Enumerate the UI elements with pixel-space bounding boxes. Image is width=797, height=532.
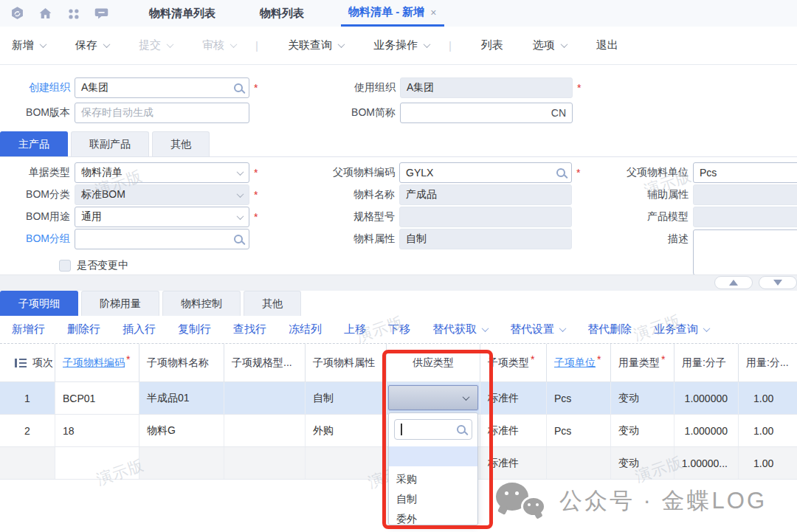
bom-group-input[interactable] xyxy=(75,229,249,249)
use-org-label[interactable]: 使用组织 xyxy=(261,81,396,94)
collapse-up-button[interactable] xyxy=(714,276,753,289)
column-header-type[interactable]: 子项类型* xyxy=(480,344,546,381)
parent-code-label[interactable]: 父项物料编码 xyxy=(261,166,395,179)
home-icon[interactable] xyxy=(37,5,53,21)
save-button[interactable]: 保存 xyxy=(75,38,109,52)
button-label: 替代删除 xyxy=(587,322,632,336)
column-header-usage-type[interactable]: 用量类型* xyxy=(610,344,674,381)
column-header-numerator[interactable]: 用量:分子 xyxy=(674,344,738,381)
bom-category-value: 标准BOM xyxy=(81,188,125,201)
tab-child-detail[interactable]: 子项明细 xyxy=(0,291,78,316)
cell-code[interactable] xyxy=(55,447,139,479)
tab-main-product[interactable]: 主产品 xyxy=(0,131,68,156)
tab-bom-list[interactable]: 物料清单列表 xyxy=(142,0,223,27)
add-row-button[interactable]: 新增行 xyxy=(12,322,45,336)
cell-type: 标准件 xyxy=(480,382,546,414)
column-header-name[interactable]: 子项物料名称 xyxy=(139,344,224,381)
tab-other[interactable]: 其他 xyxy=(152,131,210,156)
footer-text: 公众号 · 金蝶LOG xyxy=(559,486,767,517)
parent-code-input[interactable]: GYLX xyxy=(399,162,572,183)
description-textarea[interactable] xyxy=(693,229,797,275)
search-icon[interactable] xyxy=(234,235,243,243)
dropdown-option-blank[interactable] xyxy=(389,446,477,466)
move-up-button[interactable]: 上移 xyxy=(344,322,366,336)
grid-header-row: 项次 子项物料编码* 子项物料名称 子项规格型... 子项物料属性 供应类型 子… xyxy=(0,344,797,382)
chevron-down-icon xyxy=(230,41,238,48)
exit-button[interactable]: 退出 xyxy=(596,38,618,52)
business-operation-button[interactable]: 业务操作 xyxy=(373,38,429,52)
tab-step-usage[interactable]: 阶梯用量 xyxy=(81,291,159,316)
dropdown-search-input[interactable] xyxy=(394,419,472,440)
dropdown-option-selfmade[interactable]: 自制 xyxy=(389,489,477,509)
tab-material-control[interactable]: 物料控制 xyxy=(162,291,241,316)
button-label: 列表 xyxy=(481,38,503,52)
chevron-down-icon xyxy=(463,393,470,401)
substitute-delete-button[interactable]: 替代删除 xyxy=(587,322,632,336)
supply-type-select[interactable] xyxy=(388,385,478,410)
bom-usage-label: BOM用途 xyxy=(0,210,70,224)
tab-bom-new[interactable]: 物料清单 - 新增 × xyxy=(341,0,444,27)
material-name-value: 产成品 xyxy=(406,188,437,201)
parent-unit-label[interactable]: 父项物料单位 xyxy=(579,166,689,179)
chevron-down-icon xyxy=(237,190,244,198)
changing-checkbox[interactable] xyxy=(59,260,71,272)
cell-code[interactable]: 18 xyxy=(55,415,139,446)
doc-type-select[interactable]: 物料清单 xyxy=(75,162,249,183)
sync-icon[interactable] xyxy=(9,5,25,21)
business-query-button[interactable]: 业务查询 xyxy=(654,322,709,336)
tab-co-product[interactable]: 联副产品 xyxy=(71,131,149,156)
button-label: 复制行 xyxy=(178,322,211,336)
bom-usage-select[interactable]: 通用 xyxy=(75,207,249,227)
button-label: 退出 xyxy=(596,38,618,52)
freeze-column-button[interactable]: 冻结列 xyxy=(289,322,322,336)
substitute-get-button[interactable]: 替代获取 xyxy=(432,322,488,336)
button-label: 新增 xyxy=(12,38,34,52)
column-label: 子项物料属性 xyxy=(313,356,375,370)
required-marker: * xyxy=(577,82,584,94)
close-icon[interactable]: × xyxy=(430,7,436,18)
tab-material-list[interactable]: 物料列表 xyxy=(252,0,311,27)
bom-group-label[interactable]: BOM分组 xyxy=(0,232,70,246)
column-header-supply[interactable]: 供应类型 xyxy=(386,344,480,381)
dropdown-option-outsource[interactable]: 委外 xyxy=(389,509,477,529)
aux-attr-label: 辅助属性 xyxy=(579,188,689,201)
apps-icon[interactable] xyxy=(65,5,81,21)
tab-detail-other[interactable]: 其他 xyxy=(244,291,301,316)
delete-row-button[interactable]: 删除行 xyxy=(67,322,100,336)
options-button[interactable]: 选项 xyxy=(533,38,567,52)
create-org-label[interactable]: 创建组织 xyxy=(0,81,70,94)
bom-short-input[interactable]: CN xyxy=(400,103,573,123)
related-query-button[interactable]: 关联查询 xyxy=(288,38,344,52)
column-header-spec[interactable]: 子项规格型... xyxy=(224,344,305,381)
doc-type-label: 单据类型 xyxy=(0,166,70,179)
column-header-code[interactable]: 子项物料编码* xyxy=(55,344,139,381)
create-org-input[interactable]: A集团 xyxy=(75,77,249,98)
bom-version-input[interactable]: 保存时自动生成 xyxy=(75,103,249,123)
cell-code[interactable]: BCP01 xyxy=(55,382,139,414)
list-button[interactable]: 列表 xyxy=(481,38,503,52)
search-icon[interactable] xyxy=(234,83,243,92)
button-label: 冻结列 xyxy=(289,322,322,336)
substitute-set-button[interactable]: 替代设置 xyxy=(510,322,565,336)
copy-row-button[interactable]: 复制行 xyxy=(178,322,211,336)
insert-row-button[interactable]: 插入行 xyxy=(123,322,156,336)
column-header-unit[interactable]: 子项单位* xyxy=(546,344,610,381)
column-header-seq[interactable]: 项次 xyxy=(0,344,55,381)
collapse-down-button[interactable] xyxy=(759,276,797,289)
product-model-label[interactable]: 产品模型 xyxy=(579,210,689,224)
message-icon[interactable] xyxy=(93,5,109,21)
required-marker: * xyxy=(531,353,534,365)
column-header-attr[interactable]: 子项物料属性 xyxy=(305,344,386,381)
changing-checkbox-row: 是否变更中 xyxy=(0,259,266,272)
cell-numerator: 1.000000 xyxy=(674,382,738,414)
chevron-down-icon xyxy=(559,325,567,332)
material-name-input: 产成品 xyxy=(399,184,572,205)
required-marker: * xyxy=(254,82,261,94)
new-button[interactable]: 新增 xyxy=(12,38,46,52)
find-row-button[interactable]: 查找行 xyxy=(233,322,266,336)
move-down-button[interactable]: 下移 xyxy=(388,322,410,336)
search-icon[interactable] xyxy=(556,168,565,177)
parent-unit-input[interactable]: Pcs xyxy=(693,162,797,183)
column-header-denominator[interactable]: 用量:分... xyxy=(738,344,797,381)
dropdown-option-purchase[interactable]: 采购 xyxy=(389,469,477,489)
